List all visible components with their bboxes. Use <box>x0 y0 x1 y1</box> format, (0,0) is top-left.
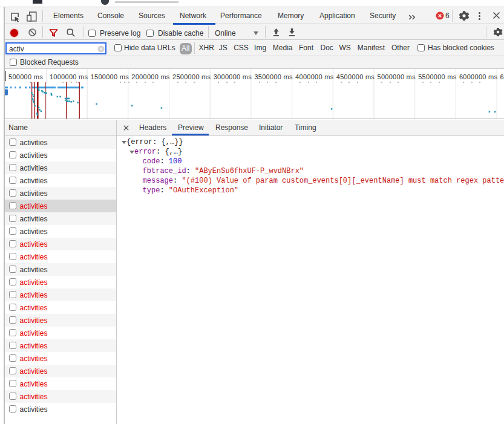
svg-text:2500000 ms: 2500000 ms <box>172 73 211 80</box>
svg-text:5500000 ms: 5500000 ms <box>418 73 457 80</box>
svg-text:4500000 ms: 4500000 ms <box>336 73 375 80</box>
svg-text:500000 ms: 500000 ms <box>8 73 43 80</box>
svg-text:1000000 ms: 1000000 ms <box>50 73 88 80</box>
svg-text:6000000 ms: 6000000 ms <box>459 73 498 80</box>
svg-text:4000000 ms: 4000000 ms <box>295 73 334 80</box>
svg-text:5000000 ms: 5000000 ms <box>378 73 416 80</box>
svg-text:6: 6 <box>500 73 504 80</box>
svg-text:3000000 ms: 3000000 ms <box>214 73 252 80</box>
svg-text:3500000 ms: 3500000 ms <box>254 73 293 80</box>
svg-text:1500000 ms: 1500000 ms <box>91 73 129 80</box>
svg-text:2000000 ms: 2000000 ms <box>131 73 170 80</box>
